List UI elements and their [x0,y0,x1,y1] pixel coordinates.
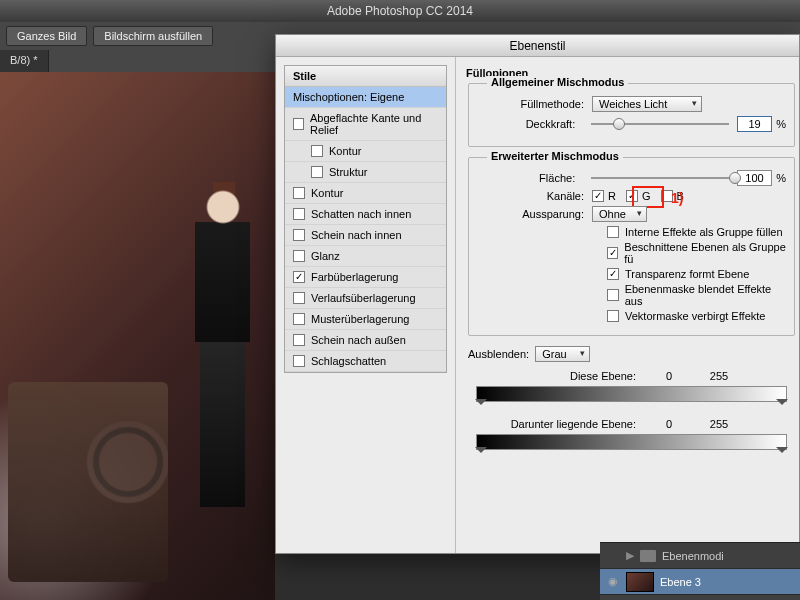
advanced-option-checkbox[interactable]: ✓ [607,268,619,280]
channels-label: Kanäle: [477,190,592,202]
style-row[interactable]: Schein nach innen [285,225,446,246]
knockout-label: Aussparung: [477,208,592,220]
blend-mode-label: Füllmethode: [477,98,592,110]
style-label: Glanz [311,250,340,262]
advanced-option-label: Beschnittene Ebenen als Gruppe fü [624,241,786,265]
style-checkbox[interactable] [293,313,305,325]
style-row[interactable]: Kontur [285,141,446,162]
advanced-option-label: Ebenenmaske blendet Effekte aus [625,283,786,307]
document-tab[interactable]: B/8) * [0,50,49,72]
style-row[interactable]: Struktur [285,162,446,183]
style-label: Kontur [329,145,361,157]
advanced-option-row: ✓Transparenz formt Ebene [607,268,786,280]
style-checkbox[interactable] [293,229,305,241]
dialog-title: Ebenenstil [276,35,799,57]
advanced-blend-group: Erweiterter Mischmodus Fläche: 100 % Kan… [468,157,795,336]
advanced-option-label: Transparenz formt Ebene [625,268,749,280]
knockout-select[interactable]: Ohne [592,206,647,222]
layer-group-row[interactable]: ▶ Ebenenmodi [600,543,800,569]
workspace: Ebenenstil Stile Mischoptionen: EigeneAb… [0,72,800,600]
blend-mode-select[interactable]: Weiches Licht [592,96,702,112]
advanced-option-label: Vektormaske verbirgt Effekte [625,310,765,322]
style-checkbox[interactable] [293,292,305,304]
style-checkbox[interactable] [311,166,323,178]
style-label: Schein nach innen [311,229,402,241]
style-checkbox[interactable] [293,187,305,199]
style-row[interactable]: Mischoptionen: Eigene [285,87,446,108]
styles-header: Stile [285,66,446,87]
advanced-option-row: Vektormaske verbirgt Effekte [607,310,786,322]
this-layer-label: Diese Ebene: [464,370,644,382]
layer-thumbnail [626,572,654,592]
this-layer-min: 0 [644,370,694,382]
style-checkbox[interactable] [293,355,305,367]
underlying-layer-label: Darunter liegende Ebene: [464,418,644,430]
advanced-option-checkbox[interactable]: ✓ [607,247,618,259]
style-checkbox[interactable] [293,334,305,346]
advanced-blend-title: Erweiterter Mischmodus [487,150,623,162]
style-row[interactable]: Schlagschatten [285,351,446,372]
annotation-text: 1) [671,190,683,206]
style-row[interactable]: ✓Farbüberlagerung [285,267,446,288]
style-row[interactable]: Schein nach außen [285,330,446,351]
advanced-option-label: Interne Effekte als Gruppe füllen [625,226,783,238]
advanced-option-row: ✓Beschnittene Ebenen als Gruppe fü [607,241,786,265]
style-checkbox[interactable] [293,208,305,220]
this-layer-gradient[interactable] [476,386,787,402]
styles-list: Stile Mischoptionen: EigeneAbgeflachte K… [284,65,447,373]
style-row[interactable]: Verlaufsüberlagerung [285,288,446,309]
slider-handle-icon[interactable] [475,447,487,459]
opacity-input[interactable]: 19 [737,116,772,132]
layer-row[interactable]: ◉ Ebene 3 [600,569,800,595]
slider-handle-icon[interactable] [776,447,788,459]
layer-group-name: Ebenenmodi [662,550,724,562]
style-checkbox[interactable]: ✓ [293,271,305,283]
options-column: Füllopionen Allgemeiner Mischmodus Füllm… [456,57,799,553]
advanced-option-checkbox[interactable] [607,226,619,238]
channel-r-label: R [608,190,616,202]
folder-icon [640,550,656,562]
layer-name: Ebene 3 [660,576,701,588]
underlying-layer-gradient[interactable] [476,434,787,450]
style-checkbox[interactable] [311,145,323,157]
style-label: Mischoptionen: Eigene [293,91,404,103]
style-row[interactable]: Abgeflachte Kante und Relief [285,108,446,141]
slider-handle-icon[interactable] [776,399,788,411]
general-blend-group: Allgemeiner Mischmodus Füllmethode: Weic… [468,83,795,147]
slider-handle-icon[interactable] [475,399,487,411]
style-label: Farbüberlagerung [311,271,398,283]
style-row[interactable]: Musterüberlagerung [285,309,446,330]
general-blend-title: Allgemeiner Mischmodus [487,76,628,88]
style-checkbox[interactable] [293,250,305,262]
document-canvas[interactable] [0,72,275,600]
advanced-option-row: Interne Effekte als Gruppe füllen [607,226,786,238]
fill-slider[interactable] [591,171,729,185]
style-label: Schein nach außen [311,334,406,346]
disclosure-arrow-icon[interactable]: ▶ [626,549,634,562]
channel-r-checkbox[interactable]: ✓ [592,190,604,202]
fill-screen-button[interactable]: Bildschirm ausfüllen [93,26,213,46]
opacity-slider[interactable] [591,117,729,131]
blend-if-label: Ausblenden: [468,348,529,360]
opacity-label: Deckkraft: [477,118,583,130]
style-row[interactable]: Kontur [285,183,446,204]
style-label: Musterüberlagerung [311,313,409,325]
canvas-machinery [8,382,168,582]
styles-column: Stile Mischoptionen: EigeneAbgeflachte K… [276,57,456,553]
style-row[interactable]: Schatten nach innen [285,204,446,225]
style-label: Schlagschatten [311,355,386,367]
fit-whole-image-button[interactable]: Ganzes Bild [6,26,87,46]
style-row[interactable]: Glanz [285,246,446,267]
blend-if-select[interactable]: Grau [535,346,590,362]
canvas-figure [185,182,257,512]
style-label: Kontur [311,187,343,199]
style-label: Schatten nach innen [311,208,411,220]
visibility-icon[interactable]: ◉ [606,575,620,588]
advanced-option-checkbox[interactable] [607,289,619,301]
advanced-option-checkbox[interactable] [607,310,619,322]
layers-panel: ▶ Ebenenmodi ◉ Ebene 3 [600,542,800,600]
style-checkbox[interactable] [293,118,304,130]
fill-input[interactable]: 100 [737,170,772,186]
annotation-box [632,186,664,208]
layer-style-dialog: Ebenenstil Stile Mischoptionen: EigeneAb… [275,34,800,554]
